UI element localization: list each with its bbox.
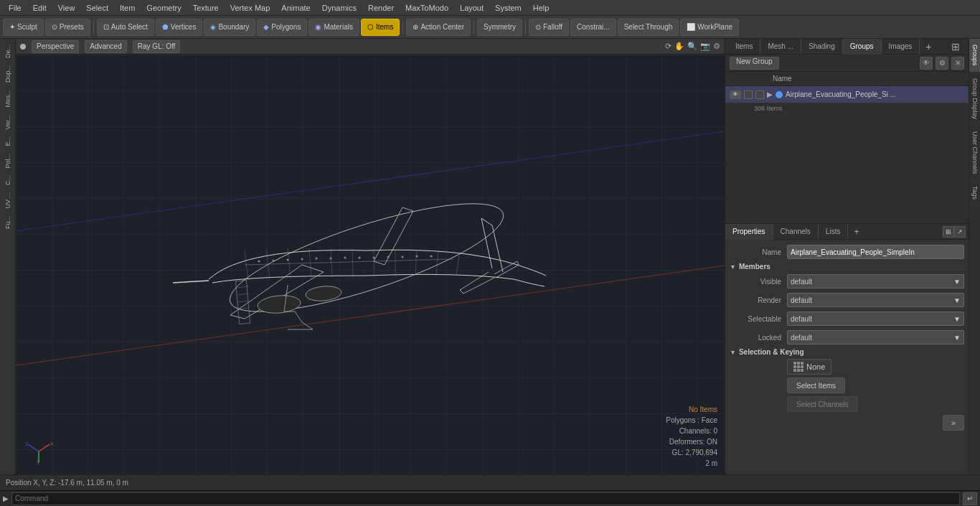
- workplane-button[interactable]: ⬜ WorkPlane: [680, 19, 739, 36]
- menu-view[interactable]: View: [52, 2, 81, 14]
- menu-texture[interactable]: Texture: [187, 2, 225, 14]
- prop-tab-properties[interactable]: Properties: [725, 224, 773, 240]
- viewport-pan-icon[interactable]: ✋: [674, 42, 684, 51]
- prop-collapse-button[interactable]: ↗: [954, 226, 966, 238]
- tab-groups[interactable]: Groups: [843, 39, 882, 55]
- prop-expand-button[interactable]: ⊞: [943, 226, 954, 238]
- groups-eye-icon[interactable]: 👁: [920, 57, 933, 70]
- far-tab-tags[interactable]: Tags: [969, 180, 980, 206]
- far-tab-groups[interactable]: Groups: [969, 39, 980, 72]
- menu-dynamics[interactable]: Dynamics: [316, 2, 362, 14]
- svg-point-3: [305, 284, 342, 301]
- render-row: Render default ▼: [730, 292, 964, 308]
- advanced-button[interactable]: Advanced: [85, 40, 126, 53]
- group-row[interactable]: 👁 ▶ Airplane_Evacuating_People_Si ...: [725, 86, 969, 103]
- viewport-camera-icon[interactable]: 📷: [700, 42, 710, 51]
- groups-close-icon[interactable]: ✕: [951, 57, 964, 70]
- menu-edit[interactable]: Edit: [27, 2, 52, 14]
- viewport-settings-icon[interactable]: ⚙: [713, 42, 720, 51]
- menu-file[interactable]: File: [3, 2, 27, 14]
- action-center-button[interactable]: ⊕ Action Center: [406, 19, 471, 36]
- select-items-button[interactable]: Select Items: [787, 378, 845, 393]
- sidebar-tab-mes[interactable]: Mes...: [3, 87, 13, 111]
- viewport[interactable]: No Items Polygons : Face Channels: 0 Def…: [16, 55, 725, 474]
- prop-tab-channels[interactable]: Channels: [773, 224, 819, 240]
- items-button[interactable]: ⬡ Items: [361, 19, 400, 36]
- falloff-button[interactable]: ⊙ Falloff: [529, 19, 569, 36]
- sidebar-tab-de[interactable]: De...: [3, 42, 13, 61]
- members-triangle-icon[interactable]: ▼: [730, 263, 736, 271]
- command-input[interactable]: [11, 492, 960, 505]
- menu-animate[interactable]: Animate: [275, 2, 316, 14]
- groups-settings-icon[interactable]: ⚙: [936, 57, 948, 70]
- menu-geometry[interactable]: Geometry: [141, 2, 187, 14]
- selectable-dropdown[interactable]: default ▼: [787, 311, 964, 326]
- menu-system[interactable]: System: [489, 2, 527, 14]
- action-center-label: Action Center: [420, 23, 464, 31]
- raygl-button[interactable]: Ray GL: Off: [133, 40, 181, 53]
- render-dropdown[interactable]: default ▼: [787, 293, 964, 307]
- menu-layout[interactable]: Layout: [454, 2, 489, 14]
- visible-dropdown[interactable]: default ▼: [787, 274, 964, 289]
- viewport-zoom-icon[interactable]: 🔍: [687, 42, 697, 51]
- command-arrow: ▶: [3, 495, 9, 502]
- selection-triangle-icon[interactable]: ▼: [730, 349, 736, 356]
- vertices-button[interactable]: ⬟ Vertices: [156, 19, 203, 36]
- sculpt-button[interactable]: ✦ Sculpt: [3, 19, 44, 36]
- group-item-count: 306 Items: [725, 103, 969, 112]
- viewport-rotate-icon[interactable]: ⟳: [665, 42, 672, 51]
- locked-dropdown[interactable]: default ▼: [787, 330, 964, 345]
- polygons-button[interactable]: ◆ Polygons: [257, 19, 307, 36]
- boundary-button[interactable]: ◈ Boundary: [204, 19, 255, 36]
- sidebar-tab-dup[interactable]: Dup...: [3, 62, 13, 85]
- position-label: Position X, Y, Z: -17.6 m, 11.05 m, 0 m: [6, 479, 974, 487]
- tab-shading[interactable]: Shading: [801, 39, 843, 55]
- far-tab-user-channels[interactable]: User Channels: [969, 126, 980, 181]
- prop-tab-add[interactable]: +: [848, 227, 864, 237]
- group-checkbox-1[interactable]: [744, 90, 753, 99]
- presets-button[interactable]: ⊙ Presets: [45, 19, 90, 36]
- menu-select[interactable]: Select: [80, 2, 114, 14]
- sidebar-tab-uv[interactable]: UV ...: [3, 189, 13, 212]
- group-checkbox-2[interactable]: [755, 90, 764, 99]
- constraints-button[interactable]: Constrai...: [570, 19, 616, 36]
- menu-render[interactable]: Render: [362, 2, 400, 14]
- position-prefix: Position X, Y, Z:: [6, 479, 56, 487]
- name-input[interactable]: [787, 245, 964, 259]
- far-tab-group-display[interactable]: Group Display: [969, 72, 980, 126]
- sidebar-tab-e[interactable]: E...: [3, 133, 13, 149]
- action-center-icon: ⊕: [413, 23, 418, 31]
- presets-icon: ⊙: [52, 23, 57, 31]
- command-enter-button[interactable]: ↵: [963, 492, 977, 505]
- tab-mesh[interactable]: Mesh ...: [760, 39, 801, 55]
- sidebar-tab-ver[interactable]: Ver...: [3, 112, 13, 133]
- select-through-button[interactable]: Select Through: [618, 19, 679, 36]
- expand-more-button[interactable]: »: [943, 415, 964, 431]
- menu-maxtomodo[interactable]: MaxToModo: [400, 2, 454, 14]
- new-group-button[interactable]: New Group: [730, 57, 779, 70]
- prop-tab-lists[interactable]: Lists: [819, 224, 849, 240]
- select-channels-label: Select Channels: [796, 400, 849, 408]
- tab-images[interactable]: Images: [882, 39, 920, 55]
- sidebar-tab-pol[interactable]: Pol...: [3, 151, 13, 172]
- symmetry-button[interactable]: Symmetry: [477, 19, 522, 36]
- separator-1: [93, 20, 94, 34]
- tab-items[interactable]: Items: [728, 39, 760, 55]
- svg-point-23: [373, 256, 375, 258]
- menu-vertex-map[interactable]: Vertex Map: [225, 2, 276, 14]
- svg-point-15: [258, 260, 260, 262]
- tab-add-button[interactable]: +: [920, 41, 937, 52]
- sidebar-tab-fu[interactable]: Fu...: [3, 213, 13, 232]
- svg-point-16: [273, 259, 275, 261]
- perspective-button[interactable]: Perspective: [32, 40, 79, 53]
- none-button[interactable]: None: [787, 359, 831, 375]
- materials-button[interactable]: ◉ Materials: [308, 19, 359, 36]
- menu-item[interactable]: Item: [114, 2, 141, 14]
- select-channels-button[interactable]: Select Channels: [787, 396, 858, 412]
- svg-line-29: [237, 286, 248, 288]
- auto-select-button[interactable]: ⊡ Auto Select: [97, 19, 154, 36]
- menu-help[interactable]: Help: [527, 2, 555, 14]
- sidebar-tab-c[interactable]: C...: [3, 172, 13, 188]
- expand-panel-button[interactable]: ⊞: [946, 41, 966, 52]
- group-visibility-icon[interactable]: 👁: [730, 90, 741, 99]
